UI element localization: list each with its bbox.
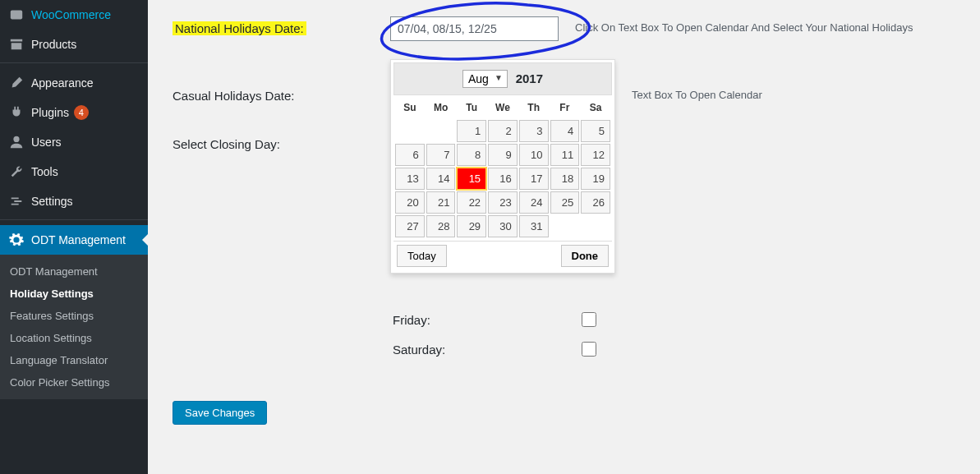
sidebar-item-products[interactable]: Products bbox=[0, 30, 148, 59]
datepicker-day[interactable]: 23 bbox=[488, 191, 518, 214]
menu-separator bbox=[0, 216, 148, 220]
sidebar-item-users[interactable]: Users bbox=[0, 127, 148, 157]
sidebar-item-tools[interactable]: Tools bbox=[0, 157, 148, 186]
datepicker-day[interactable]: 13 bbox=[395, 168, 425, 190]
closing-day-label: Select Closing Day: bbox=[173, 132, 390, 151]
datepicker-dow: Mo bbox=[426, 97, 456, 118]
datepicker-day[interactable]: 3 bbox=[519, 120, 549, 142]
sidebar-label: ODT Management bbox=[31, 233, 126, 246]
sidebar-submenu: ODT Management Holiday Settings Features… bbox=[0, 255, 148, 399]
sidebar-label: Users bbox=[31, 136, 62, 149]
closing-days-block: Friday: Saturday: bbox=[393, 312, 596, 371]
datepicker-year: 2017 bbox=[516, 71, 543, 85]
datepicker-day[interactable]: 16 bbox=[488, 168, 518, 190]
datepicker-day[interactable]: 19 bbox=[581, 168, 610, 190]
brush-icon bbox=[8, 75, 25, 91]
datepicker-day[interactable]: 2 bbox=[488, 120, 518, 142]
datepicker-day[interactable]: 28 bbox=[426, 215, 456, 237]
datepicker-done-button[interactable]: Done bbox=[561, 245, 610, 267]
sidebar-item-odt-management[interactable]: ODT Management bbox=[0, 225, 148, 255]
closing-friday-row: Friday: bbox=[393, 312, 596, 327]
datepicker-day[interactable]: 12 bbox=[581, 144, 610, 166]
datepicker-day bbox=[395, 127, 425, 136]
sidebar-item-woocommerce[interactable]: WooCommerce bbox=[0, 0, 148, 30]
submenu-features-settings[interactable]: Features Settings bbox=[0, 305, 148, 327]
national-holidays-row: National Holidays Date: Click On Text Bo… bbox=[173, 16, 964, 41]
sidebar-label: WooCommerce bbox=[31, 8, 111, 21]
datepicker-dow: Tu bbox=[457, 97, 486, 118]
closing-saturday-checkbox[interactable] bbox=[582, 342, 596, 357]
datepicker-month-select[interactable]: Aug bbox=[462, 70, 508, 88]
datepicker-day[interactable]: 24 bbox=[519, 191, 549, 214]
woocommerce-icon bbox=[8, 7, 25, 23]
datepicker-day[interactable]: 17 bbox=[519, 168, 549, 190]
datepicker-day[interactable]: 1 bbox=[457, 120, 486, 142]
datepicker-day[interactable]: 26 bbox=[581, 191, 610, 214]
menu-separator bbox=[0, 59, 148, 63]
datepicker-day[interactable]: 7 bbox=[426, 144, 456, 166]
user-icon bbox=[8, 134, 25, 150]
submenu-language-translator[interactable]: Language Translator bbox=[0, 349, 148, 371]
datepicker-day[interactable]: 31 bbox=[519, 215, 549, 237]
datepicker-grid: SuMoTuWeThFrSa 1234567891011121314151617… bbox=[393, 95, 612, 239]
datepicker-day[interactable]: 21 bbox=[426, 191, 456, 214]
submenu-holiday-settings[interactable]: Holiday Settings bbox=[0, 283, 148, 305]
submenu-odt-management[interactable]: ODT Management bbox=[0, 260, 148, 283]
datepicker-day[interactable]: 22 bbox=[457, 191, 486, 214]
admin-sidebar: WooCommerce Products Appearance Plugins … bbox=[0, 0, 148, 474]
datepicker-day[interactable]: 18 bbox=[550, 168, 580, 190]
sliders-icon bbox=[8, 193, 25, 209]
national-holidays-hint: Click On Text Box To Open Calendar And S… bbox=[575, 16, 913, 34]
datepicker-day[interactable]: 11 bbox=[550, 144, 580, 166]
datepicker-day bbox=[426, 127, 456, 136]
datepicker-dow: Fr bbox=[550, 97, 580, 118]
casual-holidays-label: Casual Holidays Date: bbox=[173, 84, 390, 103]
closing-friday-checkbox[interactable] bbox=[582, 312, 596, 327]
datepicker-day[interactable]: 25 bbox=[550, 191, 580, 214]
update-badge: 4 bbox=[74, 105, 89, 120]
datepicker-dow: We bbox=[488, 97, 518, 118]
datepicker-day[interactable]: 20 bbox=[395, 191, 425, 214]
datepicker-day[interactable]: 15 bbox=[457, 168, 486, 190]
sidebar-item-appearance[interactable]: Appearance bbox=[0, 68, 148, 98]
datepicker-day[interactable]: 9 bbox=[488, 144, 518, 166]
datepicker-day[interactable]: 29 bbox=[457, 215, 486, 237]
sidebar-label: Products bbox=[31, 38, 76, 51]
archive-icon bbox=[8, 36, 25, 53]
submenu-color-picker-settings[interactable]: Color Picker Settings bbox=[0, 371, 148, 393]
wrench-icon bbox=[8, 163, 25, 180]
plug-icon bbox=[8, 104, 25, 121]
datepicker-button-row: Today Done bbox=[393, 241, 612, 270]
sidebar-item-settings[interactable]: Settings bbox=[0, 186, 148, 216]
national-holidays-label: National Holidays Date: bbox=[173, 16, 390, 35]
national-holidays-input[interactable] bbox=[390, 16, 559, 41]
datepicker-dow: Sa bbox=[581, 97, 610, 118]
submenu-location-settings[interactable]: Location Settings bbox=[0, 327, 148, 349]
casual-holidays-hint: Text Box To Open Calendar bbox=[632, 84, 762, 101]
datepicker-day[interactable]: 30 bbox=[488, 215, 518, 237]
datepicker-day[interactable]: 8 bbox=[457, 144, 486, 166]
datepicker-dow: Su bbox=[395, 97, 425, 118]
datepicker-day[interactable]: 27 bbox=[395, 215, 425, 237]
sidebar-label: Plugins bbox=[31, 106, 69, 119]
datepicker-day[interactable]: 14 bbox=[426, 168, 456, 190]
datepicker-day[interactable]: 10 bbox=[519, 144, 549, 166]
sidebar-label: Appearance bbox=[31, 76, 94, 90]
sidebar-label: Settings bbox=[31, 195, 73, 208]
closing-friday-label: Friday: bbox=[393, 313, 582, 327]
datepicker-day bbox=[581, 223, 610, 231]
datepicker-today-button[interactable]: Today bbox=[397, 245, 447, 267]
datepicker-day bbox=[550, 223, 580, 231]
sidebar-label: Tools bbox=[31, 165, 58, 178]
datepicker-popup: Aug 2017 SuMoTuWeThFrSa 1234567891011121… bbox=[390, 59, 615, 274]
datepicker-day[interactable]: 6 bbox=[395, 144, 425, 166]
gear-icon bbox=[8, 232, 25, 248]
closing-saturday-label: Saturday: bbox=[393, 343, 582, 357]
datepicker-day[interactable]: 5 bbox=[581, 120, 610, 142]
datepicker-day[interactable]: 4 bbox=[550, 120, 580, 142]
datepicker-header: Aug 2017 bbox=[393, 62, 612, 95]
save-changes-button[interactable]: Save Changes bbox=[173, 401, 267, 425]
datepicker-dow: Th bbox=[519, 97, 549, 118]
svg-point-1 bbox=[13, 136, 19, 142]
sidebar-item-plugins[interactable]: Plugins 4 bbox=[0, 98, 148, 127]
